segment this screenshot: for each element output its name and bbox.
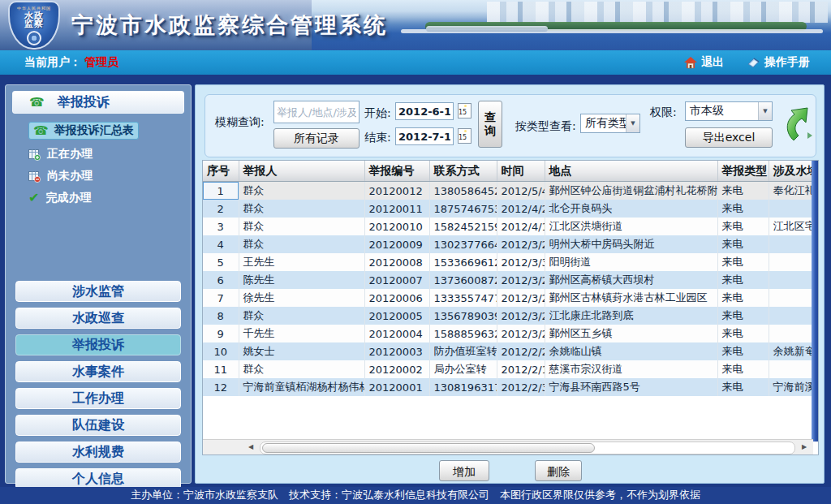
table-cell[interactable]: 2012/2/23 [497, 342, 545, 360]
table-cell[interactable]: 鄞州区古林镇葑水港古林工业园区 [545, 289, 717, 307]
table-cell[interactable]: 20120010 [364, 218, 429, 235]
table-cell[interactable] [769, 289, 813, 307]
table-cell[interactable]: 2012/2/3 [497, 378, 545, 396]
table-row[interactable]: 2群众20120011187574675372012/4/23北仑开良码头来电 [203, 200, 813, 218]
table-row[interactable]: 7徐先生20120006133355747782012/3/29鄞州区古林镇葑水… [203, 289, 813, 307]
table-cell[interactable]: 陈先生 [239, 271, 364, 289]
table-cell[interactable]: 2 [203, 200, 239, 218]
table-cell[interactable]: 2012/3/23 [497, 325, 545, 342]
table-cell[interactable]: 2012/4/23 [497, 200, 545, 218]
table-cell[interactable]: 来电 [717, 182, 769, 200]
module-water-cases[interactable]: 水事案件 [15, 361, 181, 382]
table-cell[interactable]: 江北区洪塘街道 [545, 218, 717, 235]
table-cell[interactable]: 王先生 [239, 253, 364, 271]
table-cell[interactable]: 来电 [717, 235, 769, 253]
column-header[interactable]: 举报类型 [717, 161, 769, 182]
table-cell[interactable]: 宁海前童镇栢湖杨村杨伟林 [239, 378, 364, 396]
table-cell[interactable]: 来电 [717, 271, 769, 289]
table-row[interactable]: 9千先生20120004158885963252012/3/23鄞州区五乡镇来电 [203, 325, 813, 342]
delete-button[interactable]: 删除 [535, 460, 582, 481]
table-row[interactable]: 11群众20120002局办公室转2012/2/10慈溪市宗汉街道来电 [203, 360, 813, 378]
end-date-input[interactable] [395, 127, 454, 145]
table-cell[interactable]: 千先生 [239, 325, 364, 342]
table-cell[interactable]: 20120007 [364, 271, 429, 289]
type-dropdown[interactable]: 所有类型 ▼ [580, 114, 640, 133]
table-cell[interactable]: 18757467537 [429, 200, 497, 218]
table-cell[interactable]: 2012/4/17 [497, 218, 545, 235]
table-row[interactable]: 3群众20120010158245215972012/4/17江北区洪塘街道来电… [203, 218, 813, 235]
table-cell[interactable]: 13335574778 [429, 289, 497, 307]
table-cell[interactable]: 来电 [717, 360, 769, 378]
table-cell[interactable]: 6 [203, 271, 239, 289]
table-cell[interactable]: 2012/3/29 [497, 235, 545, 253]
scrollbar-track[interactable] [260, 442, 795, 454]
table-row[interactable]: 10姚女士20120003防办值班室转2012/2/23余姚临山镇来电余姚新奄 [203, 342, 813, 360]
table-row[interactable]: 5王先生20120008153366961212012/3/31阳明街道来电 [203, 253, 813, 271]
sidebar-item-in-progress[interactable]: 正在办理 [28, 147, 191, 162]
table-row[interactable]: 1群众20120012138058645282012/5/4鄞州区钟公庙街道铜盆… [203, 182, 813, 200]
column-header[interactable]: 举报人 [239, 161, 364, 182]
vertical-scrollbar[interactable] [812, 161, 818, 442]
table-cell[interactable]: 徐先生 [239, 289, 364, 307]
sidebar-section-header[interactable]: ☎ 举报投诉 [12, 91, 184, 114]
table-cell[interactable]: 群众 [239, 235, 364, 253]
column-header[interactable]: 涉及水域 [769, 161, 813, 182]
column-header[interactable]: 时间 [497, 161, 545, 182]
table-cell[interactable]: 20120004 [364, 325, 429, 342]
module-water-fees[interactable]: 水利规费 [15, 442, 181, 463]
table-cell[interactable]: 江北康庄北路到底 [545, 307, 717, 325]
column-header[interactable]: 序号 [203, 161, 239, 182]
table-cell[interactable]: 群众 [239, 200, 364, 218]
table-cell[interactable]: 宁海县环南西路5号 [545, 378, 717, 396]
table-cell[interactable]: 20120008 [364, 253, 429, 271]
table-row[interactable]: 8群众20120005135678903902012/3/26江北康庄北路到底来… [203, 307, 813, 325]
table-cell[interactable]: 宁海前溪 [769, 378, 813, 396]
table-cell[interactable]: 5 [203, 253, 239, 271]
export-excel-button[interactable]: 导出excel [685, 127, 773, 148]
table-cell[interactable]: 群众 [239, 218, 364, 235]
column-header[interactable]: 联系方式 [429, 161, 497, 182]
table-cell[interactable]: 20120012 [364, 182, 429, 200]
module-water-patrol[interactable]: 水政巡查 [15, 308, 181, 329]
end-calendar-icon[interactable]: 15 [458, 128, 471, 144]
table-cell[interactable]: 来电 [717, 378, 769, 396]
table-cell[interactable]: 1 [203, 182, 239, 200]
table-cell[interactable]: 15888596325 [429, 325, 497, 342]
table-cell[interactable]: 20120011 [364, 200, 429, 218]
permission-dropdown[interactable]: 市本级 ▼ [685, 101, 773, 121]
table-cell[interactable]: 2012/3/26 [497, 307, 545, 325]
table-row[interactable]: 12宁海前童镇栢湖杨村杨伟林20120001130819631762012/2/… [203, 378, 813, 396]
table-cell[interactable]: 鄞州区五乡镇 [545, 325, 717, 342]
table-cell[interactable] [769, 271, 813, 289]
table-cell[interactable]: 13736008729 [429, 271, 497, 289]
column-header[interactable]: 地点 [545, 161, 717, 182]
table-cell[interactable]: 来电 [717, 307, 769, 325]
table-cell[interactable]: 来电 [717, 200, 769, 218]
module-report-complaint[interactable]: 举报投诉 [15, 334, 181, 355]
table-cell[interactable]: 来电 [717, 342, 769, 360]
table-cell[interactable] [769, 360, 813, 378]
all-records-button[interactable]: 所有记录 [273, 128, 360, 149]
table-cell[interactable]: 北仑开良码头 [545, 200, 717, 218]
logout-button[interactable]: 退出 [684, 55, 724, 70]
table-cell[interactable]: 15824521597 [429, 218, 497, 235]
horizontal-scrollbar[interactable]: ◀ ▶ [203, 439, 813, 454]
table-cell[interactable]: 鄞州区钟公庙街道铜盆浦村礼花桥附近 [545, 182, 717, 200]
table-row[interactable]: 4群众20120009130237766492012/3/29明州大桥中房码头附… [203, 235, 813, 253]
table-cell[interactable]: 3 [203, 218, 239, 235]
table-cell[interactable]: 群众 [239, 182, 364, 200]
scroll-right-arrow-icon[interactable]: ▶ [799, 442, 810, 452]
table-cell[interactable]: 鄞州区高桥镇大西坝村 [545, 271, 717, 289]
add-button[interactable]: 增加 [439, 460, 489, 481]
table-cell[interactable]: 慈溪市宗汉街道 [545, 360, 717, 378]
table-cell[interactable]: 20120006 [364, 289, 429, 307]
table-cell[interactable] [769, 253, 813, 271]
table-cell[interactable]: 2012/3/31 [497, 253, 545, 271]
table-cell[interactable] [769, 235, 813, 253]
table-cell[interactable]: 局办公室转 [429, 360, 497, 378]
table-cell[interactable]: 余姚临山镇 [545, 342, 717, 360]
sidebar-item-completed[interactable]: ✔ 完成办理 [28, 191, 191, 205]
table-cell[interactable]: 余姚新奄 [769, 342, 813, 360]
table-cell[interactable]: 13567890390 [429, 307, 497, 325]
table-cell[interactable]: 2012/5/4 [497, 182, 545, 200]
